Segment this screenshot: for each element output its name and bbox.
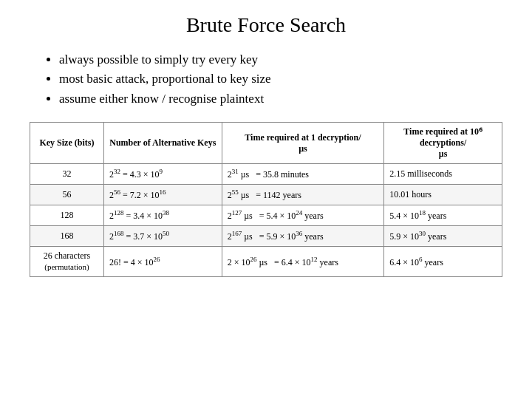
cell-alt-3: 2168 = 3.7 × 1050 [103, 226, 222, 247]
cell-time2-2: 5.4 × 1018 years [384, 205, 502, 226]
cell-time1-1: 255 µs = 1142 years [222, 185, 384, 205]
cell-alt-0: 232 = 4.3 × 109 [103, 164, 222, 185]
cell-key-0: 32 [30, 164, 104, 185]
table-row: 56 256 = 7.2 × 1016 255 µs = 1142 years … [30, 185, 502, 205]
table-row: 128 2128 = 3.4 × 1038 2127 µs = 5.4 × 10… [30, 205, 502, 226]
table-row: 32 232 = 4.3 × 109 231 µs = 35.8 minutes… [30, 164, 502, 185]
cell-time2-4: 6.4 × 106 years [384, 247, 502, 277]
cell-time2-0: 2.15 milliseconds [384, 164, 502, 185]
header-alt-keys: Number of Alternative Keys [103, 123, 222, 164]
table-row: 168 2168 = 3.7 × 1050 2167 µs = 5.9 × 10… [30, 226, 502, 247]
header-key-size: Key Size (bits) [30, 123, 104, 164]
cell-alt-1: 256 = 7.2 × 1016 [103, 185, 222, 205]
cell-time1-2: 2127 µs = 5.4 × 1024 years [222, 205, 384, 226]
page-title: Brute Force Search [30, 13, 502, 37]
cell-time2-3: 5.9 × 1030 years [384, 226, 502, 247]
bullet-3: assume either know / recognise plaintext [59, 89, 502, 109]
cell-key-3: 168 [30, 226, 104, 247]
bullet-1: always possible to simply try every key [59, 50, 502, 69]
cell-alt-4: 26! = 4 × 1026 [103, 247, 222, 277]
cell-time1-0: 231 µs = 35.8 minutes [222, 164, 384, 185]
bullet-list: always possible to simply try every key … [52, 50, 502, 109]
header-time2: Time required at 10⁶ decryptions/µs [384, 123, 502, 164]
cell-key-1: 56 [30, 185, 104, 205]
table-wrapper: Key Size (bits) Number of Alternative Ke… [30, 122, 502, 386]
cell-time1-3: 2167 µs = 5.9 × 1036 years [222, 226, 384, 247]
cell-key-4: 26 characters(permutation) [30, 247, 104, 277]
brute-force-table: Key Size (bits) Number of Alternative Ke… [30, 122, 502, 277]
cell-alt-2: 2128 = 3.4 × 1038 [103, 205, 222, 226]
cell-time2-1: 10.01 hours [384, 185, 502, 205]
cell-time1-4: 2 × 1026 µs = 6.4 × 1012 years [222, 247, 384, 277]
page: Brute Force Search always possible to si… [0, 0, 532, 399]
header-time1: Time required at 1 decryption/µs [222, 123, 384, 164]
cell-key-2: 128 [30, 205, 104, 226]
table-row: 26 characters(permutation) 26! = 4 × 102… [30, 247, 502, 277]
bullet-2: most basic attack, proportional to key s… [59, 69, 502, 89]
